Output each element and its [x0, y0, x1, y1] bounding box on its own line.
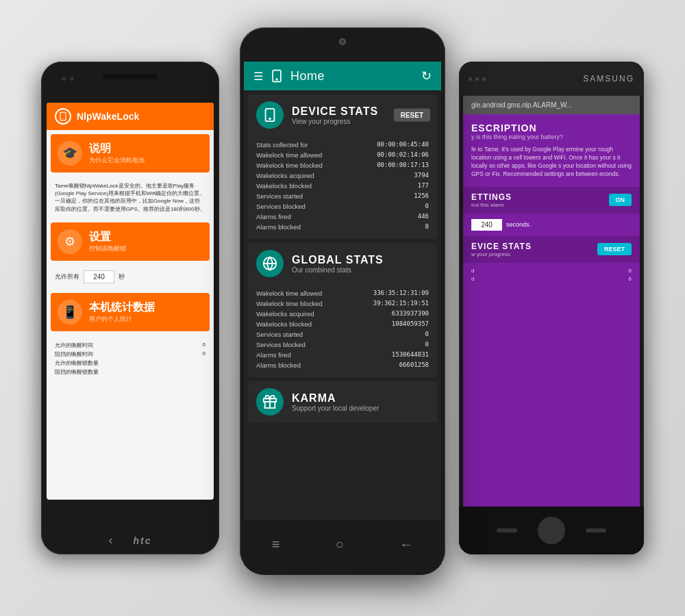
alarm-header: gle.android.gms.nlp.ALARM_W...: [463, 96, 640, 114]
htc-logo: htc: [134, 535, 152, 546]
karma-section[interactable]: KARMA Support your local developer: [248, 381, 437, 422]
right-stat-2: d 6: [471, 275, 632, 283]
explain-icon: 🎓: [58, 141, 82, 166]
right-description-section: ESCRIPTION y is this thing eating your b…: [463, 114, 640, 187]
left-input-box[interactable]: 240: [84, 270, 114, 283]
right-input-unit: seconds.: [506, 221, 531, 228]
back-btn[interactable]: ‹: [109, 533, 113, 548]
g-stat-alarms-fired: Alarms fired 1530644031: [256, 350, 429, 360]
samsung-logo: SAMSUNG: [583, 74, 634, 84]
global-stats-titles: GLOBAL STATS Our combined stats: [292, 254, 384, 274]
samsung-hw-btn-1[interactable]: [497, 528, 517, 532]
stat-collected: Stats collected for 00:00:00:45:40: [256, 140, 429, 150]
global-stats-title: GLOBAL STATS: [292, 254, 384, 266]
global-stats-table: Wakelock time allowed 336:35:12:31:09 Wa…: [248, 284, 437, 377]
svg-point-1: [62, 118, 63, 119]
htc-dot-2: [70, 77, 74, 81]
device-stats-titles: DEVICE STATS View your progress: [292, 105, 378, 125]
samsung-dots: [469, 77, 486, 81]
htc-dot-1: [62, 77, 66, 81]
left-stats-section[interactable]: 📱 本机统计数据 用户的个人统计: [51, 293, 210, 331]
input-label: 允许所有: [55, 272, 79, 281]
g-stat-svc-blocked: Services blocked 0: [256, 339, 429, 350]
g-stat-wl-allowed: Wakelock time allowed 336:35:12:31:09: [256, 288, 429, 298]
g-stat-alarms-blocked: Alarms blocked 66601258: [256, 360, 429, 370]
device-stats-section: DEVICE STATS View your progress RESET St…: [248, 94, 437, 239]
right-settings-sub: trol this alarm: [471, 202, 512, 208]
device-stats-table: Stats collected for 00:00:00:45:40 Wakel…: [248, 136, 437, 239]
stat-row-3: 允许的唤醒锁数量: [55, 359, 206, 368]
right-settings-titles: ETTINGS trol this alarm: [471, 192, 512, 208]
phone-center: ☰ Home ↻: [240, 27, 445, 575]
right-input-box[interactable]: 240: [471, 219, 502, 231]
htc-bottom: ‹ htc: [41, 533, 219, 548]
device-stats-title: DEVICE STATS: [292, 105, 378, 118]
phone-right: SAMSUNG gle.android.gms.nlp.ALARM_W... E…: [459, 62, 644, 554]
samsung-hw-btn-2[interactable]: [538, 517, 565, 544]
phone-left-inner: NlpWakeLock 🎓 说明 为什么它会消耗电池 Tame唤醒锁NlpWak…: [47, 103, 214, 500]
g-stat-svc-started: Services started 0: [256, 329, 429, 339]
samsung-dot-2: [475, 77, 479, 81]
right-input-row: 240 seconds.: [463, 214, 640, 236]
htc-speaker: [103, 74, 158, 79]
device-stats-reset-btn[interactable]: RESET: [394, 109, 430, 122]
center-bottom-nav: ≡ ○ ←: [244, 520, 441, 575]
right-reset-btn[interactable]: RESET: [597, 243, 632, 255]
right-device-stats-sub: w your progress: [471, 251, 532, 257]
stat-row-2: 阻挡的唤醒时间 0: [55, 350, 206, 359]
global-stats-subtitle: Our combined stats: [292, 266, 384, 274]
left-settings-section[interactable]: ⚙ 设置 控制该唤醒锁: [51, 222, 210, 261]
device-stats-subtitle: View your progress: [292, 118, 378, 125]
device-stats-icon: [256, 101, 284, 129]
karma-title: KARMA: [292, 392, 379, 405]
stat-label: 允许的唤醒锁数量: [55, 359, 99, 367]
device-stats-header: DEVICE STATS View your progress RESET: [248, 94, 437, 136]
samsung-hw-btn-3[interactable]: [586, 528, 606, 532]
nav-menu-icon[interactable]: ≡: [272, 537, 280, 552]
right-settings-title: ETTINGS: [471, 192, 512, 202]
left-description: Tame唤醒锁NlpWakeLock是安全的。他主要是歌Play服务(Googl…: [47, 177, 214, 218]
settings-text: 设置 控制该唤醒锁: [89, 230, 126, 253]
global-stats-section: GLOBAL STATS Our combined stats Wakelock…: [248, 243, 437, 377]
stat-row-1: 允许的唤醒时间 0: [55, 341, 206, 350]
samsung-top: SAMSUNG: [459, 62, 644, 96]
center-header-title: Home: [290, 69, 325, 84]
samsung-bottom: [459, 506, 644, 554]
stats-text: 本机统计数据 用户的个人统计: [89, 300, 155, 324]
right-desc-subtitle: y is this thing eating your battery?: [471, 133, 632, 140]
phone-center-inner: ☰ Home ↻: [244, 62, 441, 520]
left-explain-section[interactable]: 🎓 说明 为什么它会消耗电池: [51, 134, 210, 172]
g-stat-wl-acquired: Wakelocks acquired 6333937390: [256, 309, 429, 319]
karma-header: KARMA Support your local developer: [248, 381, 437, 422]
stat-wl-allowed: Wakelock time allowed 00:00:02:14:06: [256, 150, 429, 160]
stat-wl-blocked-count: Wakelocks blocked 177: [256, 181, 429, 191]
karma-subtitle: Support your local developer: [292, 405, 379, 412]
center-header-left: ☰ Home: [253, 69, 325, 84]
left-header: NlpWakeLock: [47, 103, 214, 130]
phone-right-inner: gle.android.gms.nlp.ALARM_W... ESCRIPTIO…: [463, 96, 640, 506]
stat-wl-blocked: Wakelock time blocked 00:00:00:17:13: [256, 160, 429, 170]
stat-label: 阻挡的唤醒时间: [55, 350, 93, 358]
right-device-stats-bar: EVICE STATS w your progress RESET: [463, 236, 640, 263]
nav-back-icon[interactable]: ←: [399, 537, 413, 552]
right-settings-bar: ETTINGS trol this alarm ON: [463, 187, 640, 214]
global-stats-header: GLOBAL STATS Our combined stats: [248, 243, 437, 284]
input-unit: 秒: [119, 272, 125, 281]
phones-container: NlpWakeLock 🎓 说明 为什么它会消耗电池 Tame唤醒锁NlpWak…: [34, 27, 651, 589]
svg-point-5: [269, 118, 271, 120]
stat-label: 阻挡的唤醒锁数量: [55, 368, 99, 376]
right-stats-list: d 6 d 6: [463, 263, 640, 287]
stats-icon: 📱: [58, 300, 82, 324]
karma-titles: KARMA Support your local developer: [292, 392, 379, 412]
menu-icon[interactable]: ☰: [253, 70, 263, 83]
g-stat-wl-blocked: Wakelock time blocked 39:362:15:19:51: [256, 298, 429, 309]
nav-home-icon[interactable]: ○: [336, 537, 344, 552]
explain-text: 说明 为什么它会消耗电池: [89, 142, 145, 165]
camera: [339, 38, 346, 45]
right-toggle[interactable]: ON: [609, 194, 632, 206]
g-stat-wl-blocked-count: Wakelocks blocked 1084059357: [256, 319, 429, 329]
left-input-row: 允许所有 240 秒: [47, 265, 214, 289]
refresh-icon[interactable]: ↻: [421, 68, 432, 84]
samsung-dot-3: [482, 77, 486, 81]
stat-value: 0: [203, 350, 206, 358]
